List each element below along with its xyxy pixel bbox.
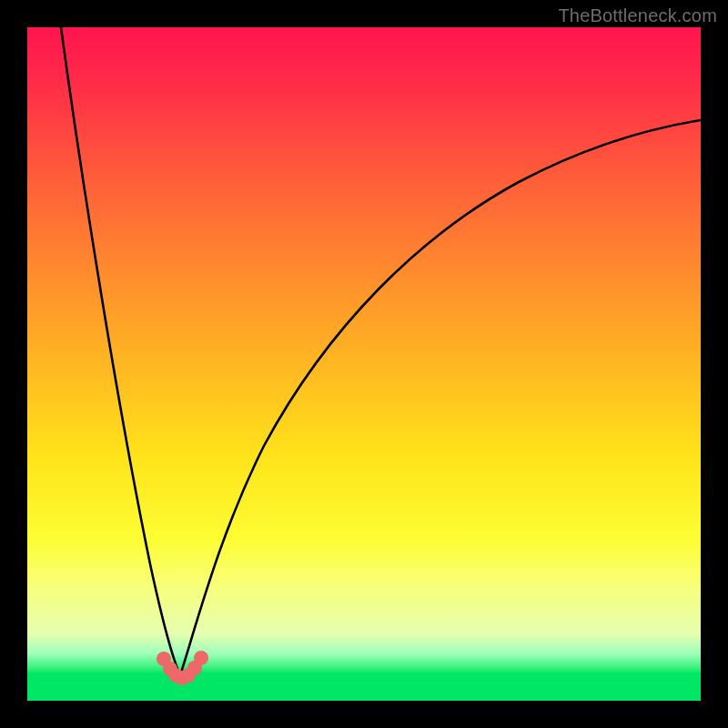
- left-branch-curve: [61, 27, 180, 675]
- plot-area: [27, 27, 701, 701]
- chart-svg: [27, 27, 701, 701]
- svg-point-6: [194, 651, 208, 665]
- watermark-text: TheBottleneck.com: [558, 5, 717, 26]
- right-branch-curve: [180, 120, 701, 675]
